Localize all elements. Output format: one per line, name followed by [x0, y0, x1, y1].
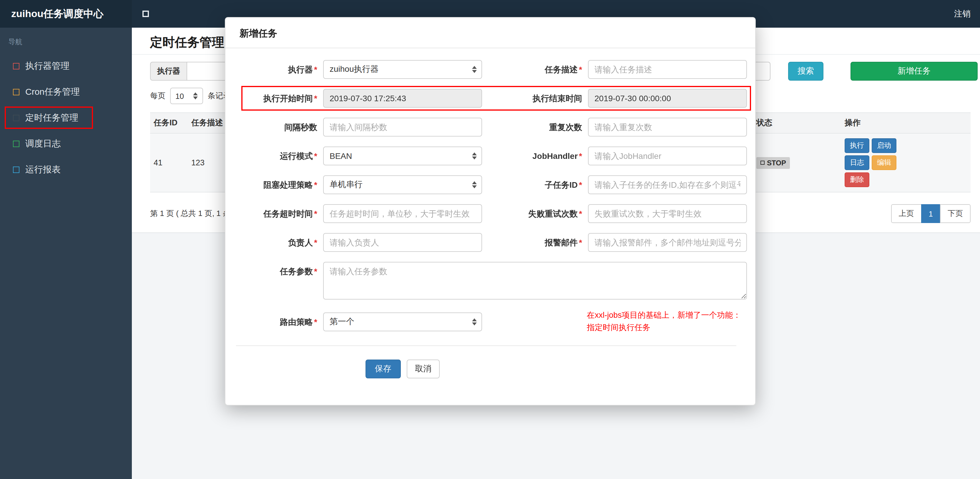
prev-page-button[interactable]: 上页	[891, 204, 922, 223]
next-page-button[interactable]: 下页	[940, 204, 970, 223]
executor-select[interactable]: zuihou执行器	[323, 60, 482, 79]
select-arrows-icon	[472, 181, 477, 188]
delete-button[interactable]: 删除	[845, 172, 869, 187]
per-page-prefix-label: 每页	[150, 91, 165, 101]
save-button[interactable]: 保存	[366, 360, 401, 379]
jobhandler-input[interactable]	[588, 146, 747, 166]
app-window: zuihou任务调度中心 注销 导航 执行器管理 Cron任务管理 定时任务管理…	[0, 0, 980, 479]
cancel-button[interactable]: 取消	[407, 360, 440, 379]
retry-input[interactable]	[588, 204, 747, 223]
add-task-button[interactable]: 新增任务	[851, 62, 978, 81]
child-id-input[interactable]	[588, 175, 747, 194]
square-icon	[142, 11, 149, 17]
run-mode-select[interactable]: BEAN	[323, 146, 482, 166]
col-header-actions: 操作	[841, 113, 970, 133]
sidebar-item-cron-task-mgmt[interactable]: Cron任务管理	[0, 79, 132, 105]
sidebar-section-label: 导航	[0, 28, 132, 53]
required-mark: *	[579, 209, 582, 218]
form-row-timeout-retry: 任务超时时间* 失败重试次数*	[226, 204, 746, 223]
task-desc-input[interactable]	[588, 60, 747, 79]
start-time-field-label: 执行开始时间*	[226, 89, 323, 108]
alarm-email-input[interactable]	[588, 233, 747, 252]
end-time-input[interactable]	[588, 89, 747, 108]
square-icon	[13, 63, 19, 69]
edit-button[interactable]: 编辑	[872, 155, 896, 170]
log-button[interactable]: 日志	[845, 155, 869, 170]
form-row-params: 任务参数*	[226, 262, 746, 299]
block-strategy-field-label: 阻塞处理策略*	[226, 175, 323, 194]
executor-filter-label: 执行器	[150, 62, 187, 81]
col-header-status: 状态	[753, 113, 841, 133]
child-id-field-label: 子任务ID*	[482, 175, 588, 194]
per-page-select[interactable]: 10	[170, 88, 203, 104]
required-mark: *	[314, 180, 317, 189]
sidebar-item-run-report[interactable]: 运行报表	[0, 156, 132, 182]
form-row-block-child: 阻塞处理策略* 单机串行 子任务ID*	[226, 175, 746, 194]
params-textarea[interactable]	[323, 262, 747, 299]
square-icon	[13, 140, 19, 147]
sidebar-item-label: 执行器管理	[25, 60, 70, 72]
block-strategy-select[interactable]: 单机串行	[323, 175, 482, 194]
task-desc-field-label: 任务描述*	[482, 60, 588, 79]
timeout-field-label: 任务超时时间*	[226, 204, 323, 223]
feature-note: 在xxl-jobs项目的基础上，新增了一个功能： 指定时间执行任务	[587, 310, 747, 334]
sidebar-item-scheduled-task-mgmt[interactable]: 定时任务管理	[0, 105, 132, 130]
run-mode-field-label: 运行模式*	[226, 146, 323, 166]
select-arrows-icon	[472, 153, 477, 159]
sidebar-item-executor-mgmt[interactable]: 执行器管理	[0, 53, 132, 79]
app-brand: zuihou任务调度中心	[0, 0, 132, 28]
sidebar: 导航 执行器管理 Cron任务管理 定时任务管理 调度日志 运行报表	[0, 28, 132, 479]
sidebar-toggle-icon[interactable]	[142, 11, 149, 17]
select-arrows-icon	[472, 66, 477, 73]
sidebar-item-label: Cron任务管理	[25, 86, 80, 97]
jobhandler-field-label: JobHandler*	[482, 146, 588, 166]
interval-input[interactable]	[323, 118, 482, 137]
form-row-buttons: 保存 取消	[226, 346, 746, 395]
col-header-task-id: 任务ID	[150, 113, 188, 133]
square-icon	[13, 115, 19, 121]
required-mark: *	[314, 151, 317, 161]
logout-link[interactable]: 注销	[954, 8, 970, 19]
form-row-interval-repeat: 间隔秒数 重复次数	[226, 118, 746, 137]
cell-status: STOP	[753, 152, 841, 173]
sidebar-item-label: 调度日志	[25, 138, 60, 149]
square-icon	[13, 89, 19, 95]
required-mark: *	[579, 65, 582, 74]
square-icon	[13, 166, 19, 173]
required-mark: *	[314, 209, 317, 218]
status-badge: STOP	[756, 157, 790, 169]
owner-field-label: 负责人*	[226, 233, 323, 252]
sidebar-item-dispatch-log[interactable]: 调度日志	[0, 130, 132, 156]
executor-field-label: 执行器*	[226, 60, 323, 79]
cell-task-id: 41	[150, 154, 188, 172]
run-button[interactable]: 执行	[845, 138, 869, 153]
start-button[interactable]: 启动	[872, 138, 896, 153]
sidebar-item-label: 运行报表	[25, 164, 60, 175]
select-arrows-icon	[193, 92, 198, 99]
params-field-label: 任务参数*	[226, 262, 323, 281]
retry-field-label: 失败重试次数*	[482, 204, 588, 223]
select-arrows-icon	[472, 318, 477, 325]
required-mark: *	[314, 317, 317, 326]
route-strategy-select[interactable]: 第一个	[323, 312, 482, 331]
form-row-time-range: 执行开始时间* 执行结束时间	[226, 89, 746, 108]
page-1-button[interactable]: 1	[921, 204, 940, 223]
form-row-route: 路由策略* 第一个 在xxl-jobs项目的基础上，新增了一个功能： 指定时间执…	[226, 310, 746, 334]
modal-body: 执行器* zuihou执行器 任务描述* 执行开始时间* 执行结束时间 间隔秒数…	[226, 48, 755, 395]
owner-input[interactable]	[323, 233, 482, 252]
required-mark: *	[579, 151, 582, 161]
required-mark: *	[314, 65, 317, 74]
timeout-input[interactable]	[323, 204, 482, 223]
start-time-input[interactable]	[323, 89, 482, 108]
add-task-modal: 新增任务 执行器* zuihou执行器 任务描述* 执行开始时间* 执行结束时间…	[225, 17, 756, 406]
sidebar-item-label: 定时任务管理	[25, 112, 78, 123]
route-strategy-field-label: 路由策略*	[226, 312, 323, 331]
form-row-owner-email: 负责人* 报警邮件*	[226, 233, 746, 252]
cell-actions: 执行 启动 日志 编辑 删除	[841, 134, 970, 192]
per-page-value: 10	[175, 92, 184, 100]
required-mark: *	[314, 238, 317, 247]
alarm-email-field-label: 报警邮件*	[482, 233, 588, 252]
repeat-input[interactable]	[588, 118, 747, 137]
search-button[interactable]: 搜索	[788, 62, 823, 81]
required-mark: *	[579, 238, 582, 247]
